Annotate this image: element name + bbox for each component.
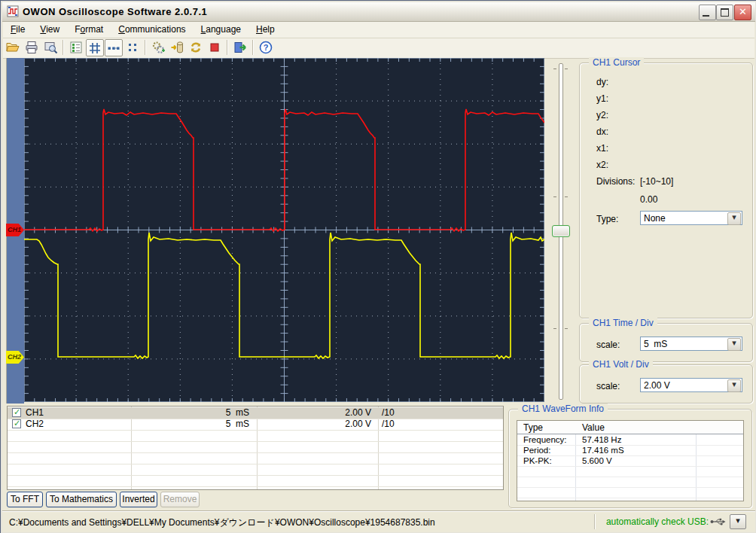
settings-icon [151,40,166,55]
slider-tick [553,69,556,69]
app-icon [7,5,19,17]
toolbar-settings-button[interactable] [149,39,167,56]
toolbar-separator [62,40,63,55]
vector-interpolation-icon [106,41,121,56]
toolbar-import-data-button[interactable] [168,39,186,56]
empty-row [517,487,743,498]
print-preview-icon [43,40,58,55]
export-icon [233,40,248,55]
info-value: 5.600 V [582,455,612,466]
remove-button[interactable]: Remove [160,492,200,507]
oscilloscope-display[interactable] [24,58,544,402]
ch1-cursor-panel: CH1 Cursor dy:y1:y2:dx:x1:x2: Divisions:… [579,62,753,318]
divisions-value: 0.00 [640,194,657,205]
ch1-time-div-title: CH1 Time / Div [589,318,657,328]
opened-file-path: C:¥Documents and Settings¥DELL¥My Docume… [9,516,435,529]
toolbar-grid-button[interactable] [86,39,104,56]
time-scale-value: 5 mS [644,339,667,349]
chevron-down-icon[interactable] [727,379,741,392]
ch1-time-div-panel: CH1 Time / Div scale: 5 mS [579,323,753,362]
info-type: PK-PK: [523,455,552,466]
import-data-icon [169,40,184,55]
close-button[interactable] [734,5,751,20]
toolbar-print-preview-button[interactable] [41,39,59,56]
help-icon: ? [258,40,273,55]
cursor-type-label: Type: [596,214,618,224]
col-type-header: Type [523,422,543,433]
channel-attenuation: /10 [382,419,395,430]
toolbar-dot-display-button[interactable] [123,39,142,56]
toolbar-export-button[interactable] [231,39,249,56]
ch1-waveform-info-title: CH1 WaveForm Info [518,404,608,414]
time-scale-select[interactable]: 5 mS [640,337,742,351]
window-title: OWON Oscilloscope Software 2.0.7.1 [23,6,207,17]
empty-row [8,430,503,442]
menu-format[interactable]: Format [67,22,111,38]
menu-bar: FileViewFormatCommunicationsLanguageHelp [3,22,754,38]
ch1-volt-div-title: CH1 Volt / Div [589,359,653,370]
empty-row [8,475,503,487]
maximize-button[interactable] [716,5,733,20]
slider-tick [565,196,568,197]
info-row-frequency: Frequency:57.418 Hz [517,434,743,446]
open-icon [5,40,20,55]
toolbar: ? [3,38,754,59]
status-bar: C:¥Documents and Settings¥DELL¥My Docume… [2,510,755,532]
menu-language[interactable]: Language [194,22,248,38]
inverted-button[interactable]: Inverted [120,492,157,507]
toolbar-channel-list-button[interactable] [67,39,85,56]
empty-row [8,452,503,464]
svg-text:?: ? [264,43,269,52]
channel-name: CH1 [26,407,44,419]
chevron-down-icon[interactable] [727,212,741,225]
stop-icon [207,40,222,55]
divisions-range: [-10~10] [640,176,673,187]
channel-checkbox[interactable] [12,408,21,417]
slider-tick [565,328,568,329]
usb-icon [710,517,727,526]
chevron-down-icon[interactable] [727,338,741,351]
position-slider-thumb[interactable] [552,225,570,237]
time-scale-label: scale: [596,340,620,350]
col-value-header: Value [582,422,605,433]
info-type: Frequency: [523,434,567,445]
ch1-volt-div-panel: CH1 Volt / Div scale: 2.00 V [579,364,753,404]
title-bar: OWON Oscilloscope Software 2.0.7.1 [2,2,755,22]
ch1-waveform-info-panel: CH1 WaveForm Info Type Value Frequency:5… [508,409,752,508]
print-icon [24,40,39,55]
to-mathematics-button[interactable]: To Mathematics [46,492,117,507]
empty-row [517,466,743,477]
cursor-field-dy: dy: [596,77,608,87]
menu-view[interactable]: View [32,22,67,38]
menu-help[interactable]: Help [248,22,282,38]
refresh-icon [188,40,203,55]
divider [594,514,595,529]
toolbar-refresh-button[interactable] [187,39,205,56]
channel-timebase: 5 mS [226,419,249,430]
toolbar-open-button[interactable] [4,39,22,56]
cursor-field-y2: y2: [596,110,608,120]
volt-scale-select[interactable]: 2.00 V [640,378,742,392]
menu-communications[interactable]: Communications [111,22,193,38]
toolbar-help-button[interactable]: ? [257,39,275,56]
info-row-period: Period:17.416 mS [517,445,743,456]
toolbar-vector-interpolation-button[interactable] [105,39,123,56]
volt-scale-value: 2.00 V [644,380,670,391]
toolbar-print-button[interactable] [23,39,41,56]
channel-volt-div: 2.00 V [345,407,371,419]
cursor-field-x1: x1: [596,143,608,154]
channel-row-ch2[interactable]: CH25 mS2.00 V/10 [8,419,503,431]
menu-file[interactable]: File [3,22,32,38]
channel-list-icon [69,40,84,55]
cursor-type-value: None [644,213,666,224]
channel-row-ch1[interactable]: CH15 mS2.00 V/10 [8,407,503,419]
usb-options-dropdown[interactable] [730,514,746,529]
cursor-field-x2: x2: [596,160,608,170]
info-value: 57.418 Hz [582,434,621,445]
app-window: OWON Oscilloscope Software 2.0.7.1 FileV… [0,0,756,533]
channel-checkbox[interactable] [12,419,21,428]
cursor-type-select[interactable]: None [640,211,742,225]
toolbar-stop-button[interactable] [206,39,224,56]
to-fft-button[interactable]: To FFT [7,492,43,507]
minimize-button[interactable] [699,5,716,20]
